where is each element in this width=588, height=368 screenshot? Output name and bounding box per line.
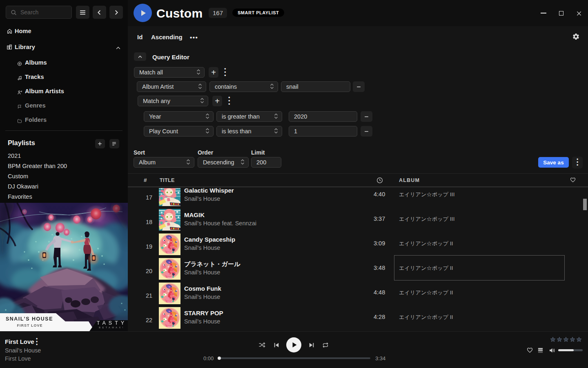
svg-text:FIRST LOVE: FIRST LOVE [17, 323, 42, 328]
svg-text:SNAIL’S HOUSE: SNAIL’S HOUSE [6, 316, 53, 322]
svg-text:BETAMAX!: BETAMAX! [99, 326, 125, 329]
svg-text:TASTY: TASTY [97, 320, 127, 326]
